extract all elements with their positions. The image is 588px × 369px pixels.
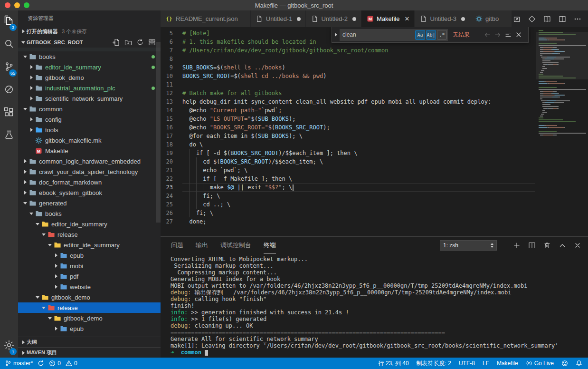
tree-item-epub[interactable]: epub: [18, 323, 161, 334]
maven-section-header[interactable]: MAVEN 项目: [18, 347, 161, 358]
tree-item-gitbook_demo[interactable]: gitbook_demo: [18, 292, 161, 302]
collapse-all-icon[interactable]: [148, 39, 156, 46]
tree-item-doc_format_markdown[interactable]: doc_format_markdown: [18, 177, 161, 187]
panel-tab-调试控制台[interactable]: 调试控制台: [220, 237, 251, 253]
panel-tab-输出[interactable]: 输出: [196, 237, 208, 253]
activity-source-control-button[interactable]: 65: [0, 56, 18, 79]
tree-item-books[interactable]: books: [18, 208, 161, 219]
status-branch[interactable]: master*: [5, 360, 33, 367]
terminal-select[interactable]: 1: zsh: [440, 240, 497, 251]
close-tab-icon[interactable]: ✕: [404, 15, 409, 22]
activity-extensions-button[interactable]: [0, 102, 18, 125]
tree-item-gitbook_makefile.mk[interactable]: gitbook_makefile.mk: [18, 135, 161, 146]
split-editor-icon[interactable]: [559, 15, 566, 23]
status-warnings[interactable]: 0: [66, 360, 77, 367]
sidebar-scrollbar[interactable]: [156, 42, 161, 223]
find-input[interactable]: [340, 31, 414, 38]
status-encoding[interactable]: UTF-8: [459, 360, 475, 367]
tree-item-generated[interactable]: generated: [18, 198, 161, 208]
tree-item-ebook_system_gitbook[interactable]: ebook_system_gitbook: [18, 187, 161, 198]
minimap-line: [539, 102, 586, 103]
tree-item-label: release: [57, 304, 78, 311]
tab-Makefile[interactable]: MMakefile✕: [361, 10, 415, 27]
tab-Untitled-1[interactable]: Untitled-1: [251, 10, 306, 27]
outline-section-header[interactable]: 大纲: [18, 337, 161, 347]
tab-README_current.json[interactable]: {}README_current.json: [161, 10, 251, 27]
tree-item-editor_ide_summary[interactable]: editor_ide_summary: [18, 240, 161, 250]
activity-settings-button[interactable]: 1: [0, 335, 18, 358]
find-in-selection-button[interactable]: [503, 29, 513, 40]
chevron-down-icon: [28, 210, 35, 217]
tree-item-gitbook_demo[interactable]: gitbook_demo: [18, 313, 161, 323]
tree-item-mobi[interactable]: mobi: [18, 261, 161, 271]
status-tab-size[interactable]: 制表符长度: 2: [417, 359, 451, 368]
tree-item-books[interactable]: books: [18, 51, 161, 62]
open-editors-header[interactable]: 打开的编辑器 3 个未保存: [18, 26, 161, 37]
panel-tab-终端[interactable]: 终端: [264, 237, 276, 253]
tree-item-gitbook_demo[interactable]: gitbook_demo: [18, 72, 161, 83]
close-window-button[interactable]: [5, 2, 10, 8]
tree-item-release[interactable]: release: [18, 229, 161, 240]
new-terminal-icon[interactable]: [513, 242, 521, 249]
status-eol[interactable]: LF: [483, 360, 489, 367]
more-actions-icon[interactable]: [574, 15, 581, 23]
status-notifications[interactable]: [576, 360, 582, 367]
whole-word-toggle[interactable]: Ab|: [426, 30, 436, 40]
status-feedback[interactable]: [561, 360, 568, 367]
tab-Untitled-3[interactable]: Untitled-3: [415, 10, 470, 27]
code-editor[interactable]: 5# [Note]6# 1. this makefile should be l…: [161, 27, 588, 236]
book-icon[interactable]: [543, 15, 551, 23]
new-folder-icon[interactable]: [124, 39, 132, 46]
tree-item-epub[interactable]: epub: [18, 250, 161, 261]
regex-toggle[interactable]: .*: [437, 30, 447, 40]
minimap[interactable]: [536, 27, 588, 236]
tree-item-tools[interactable]: tools: [18, 125, 161, 135]
find-next-button[interactable]: [493, 29, 503, 40]
status-cursor-position[interactable]: 行 23, 列 40: [379, 359, 409, 368]
activity-run-debug-button[interactable]: [0, 79, 18, 102]
status-sync[interactable]: [38, 360, 44, 367]
tree-item-pdf[interactable]: pdf: [18, 271, 161, 282]
folder-icon: [59, 283, 67, 291]
minimize-window-button[interactable]: [14, 2, 20, 8]
terminal[interactable]: Converting XHTML to Mobipocket markup...…: [161, 253, 588, 358]
folder-root-header[interactable]: GITBOOK_SRC_ROOT: [18, 37, 161, 48]
tab-gitbo[interactable]: gitbo: [470, 10, 512, 27]
tree-item-editor_ide_summary[interactable]: editor_ide_summary: [18, 62, 161, 72]
trash-icon[interactable]: [543, 242, 551, 249]
activity-search-button[interactable]: [0, 33, 18, 56]
tree-item-editor_ide_summary[interactable]: editor_ide_summary: [18, 219, 161, 229]
boxed-arrow-icon[interactable]: [513, 15, 521, 23]
tree-item-common[interactable]: common: [18, 104, 161, 114]
find-previous-button[interactable]: [482, 29, 493, 40]
tree-item-website[interactable]: website: [18, 282, 161, 292]
status-language-mode[interactable]: Makefile: [497, 360, 518, 367]
diamond-icon[interactable]: [528, 15, 536, 23]
activity-explorer-button[interactable]: 3: [0, 10, 18, 33]
toggle-replace-button[interactable]: [332, 27, 340, 42]
panel-tab-问题[interactable]: 问题: [171, 237, 183, 253]
tree-item-industrial_automation_plc[interactable]: industrial_automation_plc: [18, 83, 161, 93]
tree-item-Makefile[interactable]: MMakefile: [18, 146, 161, 156]
close-find-button[interactable]: [513, 29, 524, 40]
close-panel-icon[interactable]: [574, 242, 581, 249]
maximize-panel-icon[interactable]: [559, 242, 566, 249]
select-arrows-icon: [491, 242, 493, 249]
tab-Untitled-2[interactable]: Untitled-2: [306, 10, 361, 27]
split-panel-icon[interactable]: [528, 242, 536, 249]
tree-item-config[interactable]: config: [18, 114, 161, 125]
tree-item-common_logic_hardware_embedded[interactable]: common_logic_hardware_embedded: [18, 156, 161, 166]
minimap-slider[interactable]: [536, 32, 588, 79]
code-line: 9SUB_BOOKS=$(shell ls ../books): [161, 63, 535, 72]
chevron-right-icon: [53, 252, 59, 259]
match-case-toggle[interactable]: Aa: [415, 30, 425, 40]
tree-item-scientific_network_summary[interactable]: scientific_network_summary: [18, 93, 161, 104]
tree-item-crawl_your_data_spider_technology[interactable]: crawl_your_data_spider_technology: [18, 166, 161, 177]
new-file-icon[interactable]: [113, 39, 120, 46]
activity-test-button[interactable]: [0, 125, 18, 147]
zoom-window-button[interactable]: [24, 2, 29, 8]
refresh-icon[interactable]: [136, 39, 144, 46]
tree-item-release[interactable]: release: [18, 302, 161, 313]
status-errors[interactable]: 0: [49, 360, 61, 367]
status-go-live[interactable]: Go Live: [526, 360, 554, 367]
